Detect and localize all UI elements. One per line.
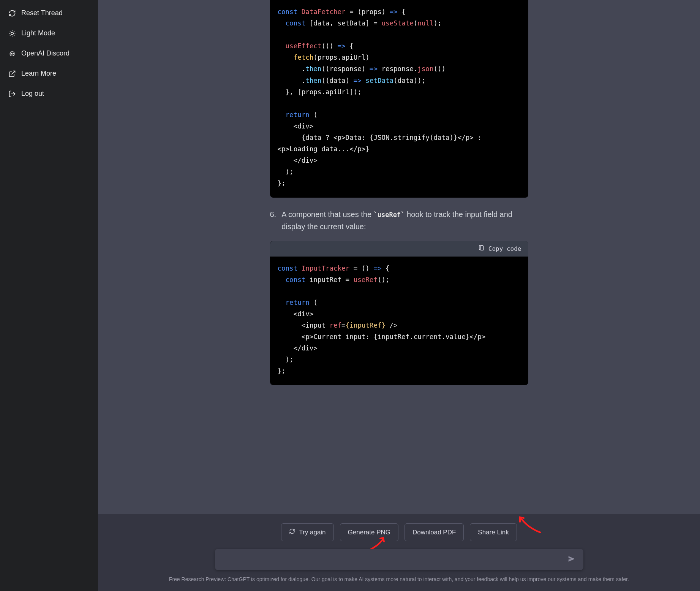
- share-link-label: Share Link: [478, 529, 509, 536]
- refresh-icon: [289, 528, 295, 536]
- svg-point-2: [13, 53, 14, 54]
- list-item-6: 6. A component that uses the `useRef` ho…: [270, 208, 528, 233]
- main-panel: const DataFetcher = (props) => { const […: [98, 0, 700, 591]
- discord-icon: [8, 50, 16, 57]
- try-again-label: Try again: [299, 529, 326, 536]
- sidebar-item-light-mode[interactable]: Light Mode: [4, 24, 94, 43]
- logout-icon: [8, 90, 16, 98]
- download-pdf-button[interactable]: Download PDF: [405, 523, 464, 541]
- copy-code-label: Copy code: [488, 245, 521, 252]
- sidebar-item-label: OpenAI Discord: [21, 49, 70, 57]
- chat-input-wrap: [215, 549, 583, 570]
- action-button-row: Try again Generate PNG Download PDF Shar…: [106, 523, 692, 541]
- send-button[interactable]: [565, 553, 578, 567]
- conversation-content: const DataFetcher = (props) => { const […: [98, 0, 700, 514]
- code-content: const DataFetcher = (props) => { const […: [270, 0, 528, 198]
- generate-png-label: Generate PNG: [348, 529, 390, 536]
- sidebar-item-label: Light Mode: [21, 29, 55, 37]
- external-link-icon: [8, 70, 16, 78]
- inline-code-useref: `useRef`: [374, 211, 405, 219]
- ordered-list: 6. A component that uses the `useRef` ho…: [270, 208, 528, 233]
- send-icon: [567, 559, 576, 564]
- footer-disclaimer: Free Research Preview: ChatGPT is optimi…: [106, 570, 692, 587]
- sun-icon: [8, 30, 16, 37]
- svg-point-0: [11, 32, 14, 35]
- sidebar-item-learn-more[interactable]: Learn More: [4, 64, 94, 83]
- sidebar-item-label: Learn More: [21, 70, 56, 78]
- clipboard-icon: [478, 245, 485, 253]
- sidebar-item-logout[interactable]: Log out: [4, 84, 94, 103]
- sidebar-item-label: Reset Thread: [21, 9, 63, 17]
- list-item-number: 6.: [270, 208, 277, 233]
- sidebar-item-label: Log out: [21, 90, 44, 98]
- chat-input[interactable]: [215, 549, 583, 570]
- generate-png-button[interactable]: Generate PNG: [340, 523, 398, 541]
- code-block-header: Copy code: [270, 241, 528, 257]
- list-item-text-before: A component that uses the: [281, 210, 373, 219]
- svg-rect-3: [480, 246, 484, 250]
- sidebar-item-discord[interactable]: OpenAI Discord: [4, 44, 94, 63]
- share-link-button[interactable]: Share Link: [470, 523, 517, 541]
- try-again-button[interactable]: Try again: [281, 523, 333, 541]
- code-block-datafetcher: const DataFetcher = (props) => { const […: [270, 0, 528, 198]
- download-pdf-label: Download PDF: [412, 529, 456, 536]
- sidebar-item-reset-thread[interactable]: Reset Thread: [4, 4, 94, 22]
- code-block-inputtracker: Copy code const InputTracker = () => { c…: [270, 241, 528, 385]
- bottom-bar: Try again Generate PNG Download PDF Shar…: [98, 514, 700, 591]
- copy-code-button[interactable]: Copy code: [478, 245, 521, 253]
- sidebar: Reset Thread Light Mode OpenAI Discord L…: [0, 0, 98, 591]
- svg-point-1: [11, 53, 12, 54]
- refresh-icon: [8, 10, 16, 17]
- code-content: const InputTracker = () => { const input…: [270, 257, 528, 385]
